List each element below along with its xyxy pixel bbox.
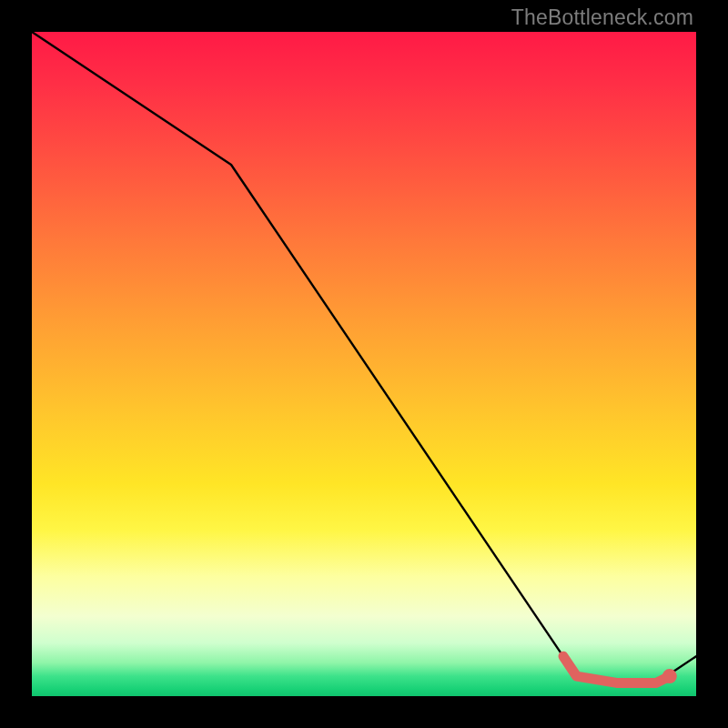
chart-highlight-line [563,656,670,682]
chart-overlay [32,32,696,696]
watermark-text: TheBottleneck.com [511,5,693,30]
chart-main-line [32,32,696,682]
chart-highlight-endpoint [662,669,677,683]
chart-frame: TheBottleneck.com [0,0,728,728]
